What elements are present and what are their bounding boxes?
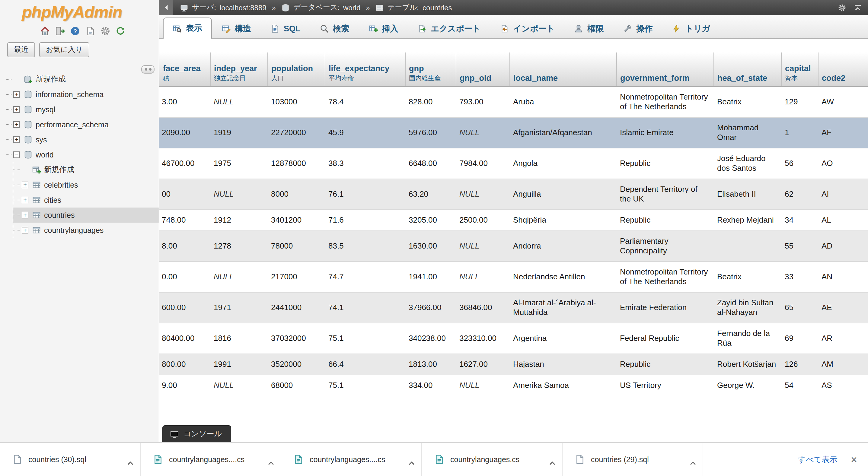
- tab-operations[interactable]: 操作: [613, 19, 662, 38]
- cell[interactable]: Shqipëria: [509, 209, 616, 230]
- cell[interactable]: AN: [818, 261, 868, 292]
- cell[interactable]: 217000: [268, 261, 325, 292]
- cell[interactable]: Al-Imarat al-´Arabiya al-Muttahida: [509, 292, 616, 323]
- cell[interactable]: 0.00: [159, 261, 210, 292]
- table-row[interactable]: 80400.0018163703200075.1340238.00323310.…: [159, 323, 868, 353]
- cell[interactable]: Nederlandse Antillen: [509, 261, 616, 292]
- cell[interactable]: 600.00: [159, 292, 210, 323]
- cell[interactable]: 33: [781, 261, 818, 292]
- table-row[interactable]: 800.001991352000066.41813.001627.00Hajas…: [159, 353, 868, 375]
- cell[interactable]: NULL: [456, 261, 509, 292]
- cell[interactable]: 36846.00: [456, 292, 509, 323]
- cell[interactable]: 38.3: [325, 148, 405, 179]
- cell[interactable]: 1975: [210, 148, 268, 179]
- cell[interactable]: Afganistan/Afqanestan: [509, 117, 616, 148]
- cell[interactable]: Argentina: [509, 323, 616, 353]
- column-sort-link[interactable]: indep_year: [214, 64, 264, 73]
- column-header-population[interactable]: population人口: [268, 53, 325, 86]
- cell[interactable]: 62: [781, 179, 818, 209]
- column-sort-link[interactable]: government_form: [620, 73, 710, 82]
- favorites-button[interactable]: お気に入り: [39, 42, 89, 57]
- table-row[interactable]: 3.00NULL10300078.4828.00793.00ArubaNonme…: [159, 86, 868, 117]
- column-header-government_form[interactable]: government_form: [616, 53, 713, 86]
- cell[interactable]: 2500.00: [456, 209, 509, 230]
- cell[interactable]: 3520000: [268, 353, 325, 375]
- sidebar-item-mysql[interactable]: +mysql: [0, 102, 159, 117]
- sidebar-item-sys[interactable]: +sys: [0, 132, 159, 147]
- cell[interactable]: Beatrix: [713, 86, 781, 117]
- cell[interactable]: 129: [781, 86, 818, 117]
- cell[interactable]: 74.1: [325, 292, 405, 323]
- help-icon[interactable]: ?: [70, 26, 80, 36]
- expand-icon[interactable]: +: [22, 197, 28, 203]
- cell[interactable]: Rexhep Mejdani: [713, 209, 781, 230]
- cell[interactable]: US Territory: [616, 375, 713, 395]
- column-sort-link[interactable]: population: [271, 64, 321, 73]
- cell[interactable]: 828.00: [405, 86, 456, 117]
- cell[interactable]: NULL: [210, 179, 268, 209]
- cell[interactable]: Robert Kotšarjan: [713, 353, 781, 375]
- tab-search[interactable]: 検索: [310, 19, 359, 38]
- download-item[interactable]: countrylanguages.cs: [422, 443, 563, 476]
- breadcrumb-table-value[interactable]: countries: [423, 3, 452, 12]
- cell[interactable]: 1991: [210, 353, 268, 375]
- chevron-up-icon[interactable]: [268, 457, 275, 462]
- cell[interactable]: 5976.00: [405, 117, 456, 148]
- table-row[interactable]: 2090.0019192272000045.95976.00NULLAfgani…: [159, 117, 868, 148]
- sync-icon[interactable]: [141, 65, 155, 73]
- cell[interactable]: 9.00: [159, 375, 210, 395]
- cell[interactable]: Angola: [509, 148, 616, 179]
- cell[interactable]: Andorra: [509, 230, 616, 261]
- cell[interactable]: NULL: [456, 375, 509, 395]
- column-header-capital[interactable]: capital資本: [781, 53, 818, 86]
- cell[interactable]: Islamic Emirate: [616, 117, 713, 148]
- tab-triggers[interactable]: トリガ: [662, 19, 720, 38]
- cell[interactable]: 6648.00: [405, 148, 456, 179]
- cell[interactable]: 68000: [268, 375, 325, 395]
- cell[interactable]: 65: [781, 292, 818, 323]
- settings-icon[interactable]: [100, 26, 111, 36]
- cell[interactable]: 78.4: [325, 86, 405, 117]
- table-row[interactable]: 00NULL800076.163.20NULLAnguillaDependent…: [159, 179, 868, 209]
- column-sort-link[interactable]: face_area: [163, 64, 206, 73]
- cell[interactable]: 37032000: [268, 323, 325, 353]
- hide-navigation-icon[interactable]: [159, 0, 173, 15]
- tab-sql[interactable]: SQL: [261, 19, 310, 38]
- cell[interactable]: Republic: [616, 148, 713, 179]
- cell[interactable]: 748.00: [159, 209, 210, 230]
- cell[interactable]: Republic: [616, 209, 713, 230]
- page-settings-icon[interactable]: [838, 3, 846, 12]
- cell[interactable]: 80400.00: [159, 323, 210, 353]
- column-header-code2[interactable]: code2: [818, 53, 868, 86]
- console-button[interactable]: コンソール: [162, 425, 231, 443]
- cell[interactable]: 1: [781, 117, 818, 148]
- table-row[interactable]: 9.00NULL6800075.1334.00NULLAmerika Samoa…: [159, 375, 868, 395]
- cell[interactable]: Nonmetropolitan Territory of The Netherl…: [616, 86, 713, 117]
- cell[interactable]: 76.1: [325, 179, 405, 209]
- sidebar-item-countries[interactable]: +countries: [13, 208, 159, 223]
- cell[interactable]: NULL: [456, 117, 509, 148]
- cell[interactable]: AO: [818, 148, 868, 179]
- home-icon[interactable]: [40, 26, 50, 36]
- cell[interactable]: 3.00: [159, 86, 210, 117]
- cell[interactable]: 3401200: [268, 209, 325, 230]
- download-item[interactable]: countrylanguages....cs: [141, 443, 281, 476]
- column-sort-link[interactable]: hea_of_state: [717, 73, 777, 82]
- cell[interactable]: José Eduardo dos Santos: [713, 148, 781, 179]
- cell[interactable]: 323310.00: [456, 323, 509, 353]
- cell[interactable]: NULL: [210, 86, 268, 117]
- cell[interactable]: NULL: [210, 375, 268, 395]
- cell[interactable]: 793.00: [456, 86, 509, 117]
- cell[interactable]: 71.6: [325, 209, 405, 230]
- sidebar-item-countrylanguages[interactable]: +countrylanguages: [13, 223, 159, 238]
- cell[interactable]: 34: [781, 209, 818, 230]
- collapse-icon[interactable]: −: [13, 152, 20, 158]
- sidebar-item-performance-schema[interactable]: +performance_schema: [0, 117, 159, 132]
- cell[interactable]: 1971: [210, 292, 268, 323]
- cell[interactable]: 1941.00: [405, 261, 456, 292]
- cell[interactable]: 3205.00: [405, 209, 456, 230]
- cell[interactable]: 1278: [210, 230, 268, 261]
- cell[interactable]: NULL: [210, 261, 268, 292]
- table-row[interactable]: 8.0012787800083.51630.00NULLAndorraParli…: [159, 230, 868, 261]
- cell[interactable]: 8.00: [159, 230, 210, 261]
